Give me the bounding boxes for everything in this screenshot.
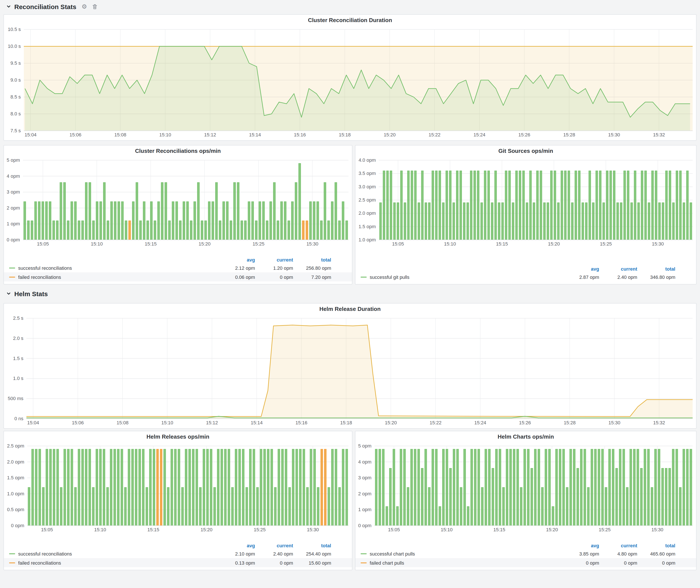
legend-header-total[interactable]: total: [293, 543, 331, 548]
svg-text:15:20: 15:20: [199, 241, 211, 247]
legend-header-total[interactable]: total: [293, 257, 331, 262]
legend: avgcurrenttotalsuccessful reconciliation…: [4, 542, 352, 570]
svg-text:15:24: 15:24: [473, 132, 485, 137]
svg-text:0.5 opm: 0.5 opm: [7, 507, 24, 512]
legend-header-avg[interactable]: avg: [561, 543, 599, 548]
legend-row-successful-git-pulls[interactable]: successful git pulls2.87 opm2.40 opm346.…: [355, 272, 696, 281]
helm-charts-opm-chart[interactable]: 0 opm1 opm2 opm3 opm4 opm5 opm15:0515:10…: [355, 443, 696, 533]
legend-value-total: 254.40 opm: [293, 551, 331, 556]
legend-header-total[interactable]: total: [637, 543, 675, 548]
svg-text:15:06: 15:06: [69, 132, 81, 137]
svg-text:1.0 opm: 1.0 opm: [359, 237, 376, 242]
panel-title[interactable]: Cluster Reconciliations ops/min: [4, 145, 352, 157]
svg-text:500 ms: 500 ms: [8, 396, 23, 401]
svg-text:8.5 s: 8.5 s: [10, 94, 21, 100]
svg-text:2.0 opm: 2.0 opm: [359, 210, 376, 216]
gear-icon[interactable]: ⚙: [82, 3, 87, 10]
legend-header-avg[interactable]: avg: [217, 257, 255, 262]
series-color-dash-icon: [361, 276, 367, 277]
panel-title[interactable]: Git Sources ops/min: [355, 145, 696, 157]
svg-text:1.5 s: 1.5 s: [13, 356, 23, 361]
legend-header-current[interactable]: current: [255, 543, 293, 548]
svg-text:15:08: 15:08: [114, 132, 126, 137]
panel-title[interactable]: Helm Release Duration: [4, 304, 696, 315]
series-name[interactable]: successful chart pulls: [370, 551, 415, 556]
legend-value-avg: 0 opm: [561, 560, 599, 565]
svg-text:10.5 s: 10.5 s: [8, 27, 21, 32]
section-title[interactable]: Reconciliation Stats: [14, 3, 76, 10]
cluster-reconciliations-opm-chart[interactable]: 0 opm1 opm2 opm3 opm4 opm5 opm15:0515:10…: [4, 157, 352, 248]
legend-row-failed-chart-pulls[interactable]: failed chart pulls0 opm0 opm0 opm: [355, 558, 696, 567]
legend-header-current[interactable]: current: [599, 543, 637, 548]
legend-header-avg[interactable]: avg: [217, 543, 255, 548]
panel-helm-releases-opm: Helm Releases ops/min 0 opm0.5 opm1.0 op…: [3, 431, 352, 570]
legend-header-current[interactable]: current: [255, 257, 293, 262]
series-name[interactable]: successful reconciliations: [18, 265, 72, 270]
git-sources-opm-chart[interactable]: 1.0 opm1.5 opm2.0 opm2.5 opm3.0 opm3.5 o…: [355, 157, 696, 248]
svg-text:15:04: 15:04: [25, 132, 37, 137]
series-color-dash-icon: [9, 267, 15, 268]
svg-text:15:22: 15:22: [429, 132, 440, 137]
series-color-dash-icon: [9, 276, 15, 277]
svg-text:0 opm: 0 opm: [7, 237, 20, 242]
svg-text:15:15: 15:15: [496, 241, 508, 247]
section-title[interactable]: Helm Stats: [14, 290, 48, 297]
series-name[interactable]: failed reconciliations: [18, 560, 61, 565]
panel-title[interactable]: Helm Charts ops/min: [355, 431, 696, 443]
svg-text:4 opm: 4 opm: [358, 459, 371, 465]
svg-text:15:10: 15:10: [441, 527, 453, 532]
legend-header-avg[interactable]: avg: [561, 266, 599, 271]
series-name[interactable]: failed reconciliations: [18, 274, 61, 279]
svg-text:15:25: 15:25: [254, 527, 266, 532]
legend-row-successful-reconciliations[interactable]: successful reconciliations2.10 opm2.40 o…: [4, 549, 352, 558]
series-name[interactable]: successful reconciliations: [18, 551, 72, 556]
svg-text:15:24: 15:24: [474, 420, 486, 425]
section-header-helm-stats[interactable]: Helm Stats: [0, 287, 48, 300]
helm-release-duration-chart[interactable]: 0 ns500 ms1.0 s1.5 s2.0 s2.5 s15:0415:06…: [4, 315, 696, 426]
svg-text:15:30: 15:30: [608, 132, 620, 137]
svg-text:2.5 opm: 2.5 opm: [7, 443, 24, 449]
legend: avgcurrenttotalsuccessful chart pulls3.8…: [355, 542, 696, 570]
legend-value-current: 0 opm: [255, 560, 293, 565]
svg-text:15:20: 15:20: [384, 132, 396, 137]
svg-text:2.5 opm: 2.5 opm: [359, 197, 376, 203]
svg-text:15:10: 15:10: [91, 241, 103, 247]
svg-text:15:05: 15:05: [37, 241, 49, 247]
cluster-reconciliation-duration-chart[interactable]: 7.5 s8.0 s8.5 s9.0 s9.5 s10.0 s10.5 s15:…: [4, 26, 696, 139]
svg-text:5 opm: 5 opm: [358, 443, 371, 449]
panel-cluster-reconciliations-opm: Cluster Reconciliations ops/min 0 opm1 o…: [3, 145, 352, 284]
series-name[interactable]: failed chart pulls: [370, 560, 404, 565]
svg-text:15:14: 15:14: [251, 420, 263, 425]
svg-text:15:26: 15:26: [519, 420, 531, 425]
legend-value-avg: 2.12 opm: [217, 265, 255, 270]
svg-text:15:25: 15:25: [253, 241, 265, 247]
legend-value-current: 0 opm: [599, 560, 637, 565]
legend-row-successful-chart-pulls[interactable]: successful chart pulls3.85 opm4.80 opm46…: [355, 549, 696, 558]
legend-value-avg: 2.10 opm: [217, 551, 255, 556]
panel-title[interactable]: Cluster Reconciliation Duration: [4, 15, 696, 26]
svg-text:0 opm: 0 opm: [358, 523, 371, 528]
legend-value-avg: 0.13 opm: [217, 560, 255, 565]
legend: avgcurrenttotalsuccessful git pulls2.87 …: [355, 265, 696, 284]
legend-value-current: 1.20 opm: [255, 265, 293, 270]
helm-releases-opm-chart[interactable]: 0 opm0.5 opm1.0 opm1.5 opm2.0 opm2.5 opm…: [4, 443, 352, 533]
legend-header-total[interactable]: total: [637, 266, 675, 271]
svg-text:15:10: 15:10: [159, 132, 171, 137]
legend-header-current[interactable]: current: [599, 266, 637, 271]
svg-text:15:30: 15:30: [651, 527, 663, 532]
legend-value-current: 4.80 opm: [599, 551, 637, 556]
legend-row-successful-reconciliations[interactable]: successful reconciliations2.12 opm1.20 o…: [4, 263, 352, 272]
panel-title[interactable]: Helm Releases ops/min: [4, 431, 352, 443]
svg-text:15:30: 15:30: [307, 527, 319, 532]
svg-text:15:10: 15:10: [444, 241, 456, 247]
legend-row-failed-reconciliations[interactable]: failed reconciliations0.06 opm0 opm7.20 …: [4, 272, 352, 281]
series-name[interactable]: successful git pulls: [370, 274, 409, 279]
trash-icon[interactable]: [92, 4, 97, 9]
section-header-reconciliation-stats[interactable]: Reconciliation Stats ⚙: [0, 0, 97, 13]
svg-text:15:15: 15:15: [147, 527, 159, 532]
legend-row-failed-reconciliations[interactable]: failed reconciliations0.13 opm0 opm15.60…: [4, 558, 352, 567]
svg-text:15:20: 15:20: [200, 527, 212, 532]
svg-text:15:20: 15:20: [548, 241, 560, 247]
svg-text:15:30: 15:30: [652, 241, 664, 247]
svg-text:0 ns: 0 ns: [14, 416, 23, 421]
